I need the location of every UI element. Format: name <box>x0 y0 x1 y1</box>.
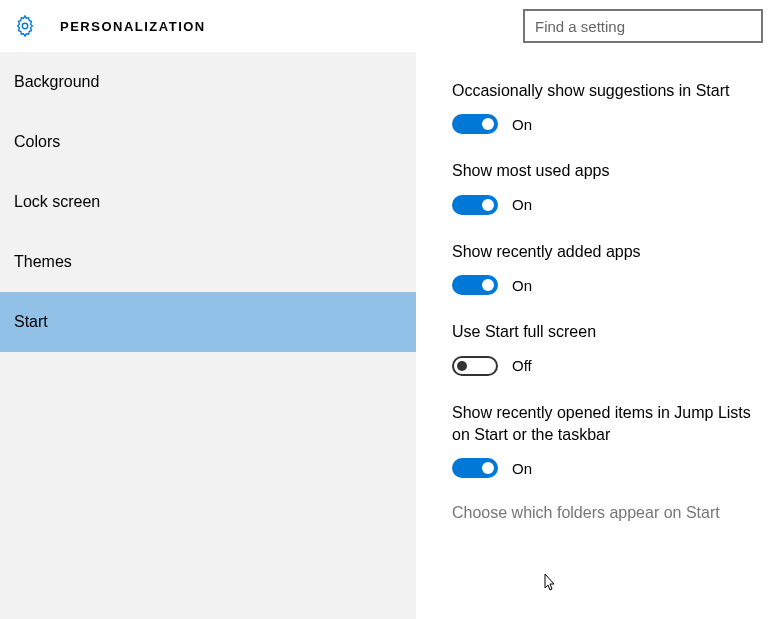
sidebar-item-start[interactable]: Start <box>0 292 416 352</box>
toggle-knob <box>482 462 494 474</box>
setting-label: Show most used apps <box>452 160 773 182</box>
toggle-state: On <box>512 196 532 213</box>
setting-full-screen: Use Start full screen Off <box>452 321 773 375</box>
toggle-full-screen[interactable] <box>452 356 498 376</box>
main-panel: Occasionally show suggestions in Start O… <box>416 52 773 619</box>
toggle-jump-lists[interactable] <box>452 458 498 478</box>
sidebar-item-label: Start <box>14 313 48 331</box>
setting-jump-lists: Show recently opened items in Jump Lists… <box>452 402 773 479</box>
toggle-knob <box>482 279 494 291</box>
setting-suggestions: Occasionally show suggestions in Start O… <box>452 80 773 134</box>
toggle-knob <box>482 118 494 130</box>
svg-point-0 <box>22 23 28 29</box>
toggle-row: On <box>452 458 773 478</box>
choose-folders-link[interactable]: Choose which folders appear on Start <box>452 504 773 522</box>
sidebar-item-lock-screen[interactable]: Lock screen <box>0 172 416 232</box>
sidebar-item-label: Background <box>14 73 99 91</box>
toggle-row: On <box>452 195 773 215</box>
toggle-most-used[interactable] <box>452 195 498 215</box>
sidebar-item-background[interactable]: Background <box>0 52 416 112</box>
toggle-state: Off <box>512 357 532 374</box>
sidebar-item-label: Lock screen <box>14 193 100 211</box>
search-input[interactable] <box>523 9 763 43</box>
page-title: PERSONALIZATION <box>60 19 523 34</box>
sidebar-item-label: Colors <box>14 133 60 151</box>
sidebar-item-label: Themes <box>14 253 72 271</box>
sidebar: Background Colors Lock screen Themes Sta… <box>0 52 416 619</box>
setting-most-used: Show most used apps On <box>452 160 773 214</box>
toggle-row: On <box>452 275 773 295</box>
toggle-recently-added[interactable] <box>452 275 498 295</box>
toggle-state: On <box>512 460 532 477</box>
toggle-state: On <box>512 277 532 294</box>
toggle-state: On <box>512 116 532 133</box>
header: PERSONALIZATION <box>0 0 773 52</box>
sidebar-item-colors[interactable]: Colors <box>0 112 416 172</box>
toggle-suggestions[interactable] <box>452 114 498 134</box>
setting-label: Use Start full screen <box>452 321 773 343</box>
toggle-row: On <box>452 114 773 134</box>
toggle-knob <box>457 361 467 371</box>
setting-label: Show recently added apps <box>452 241 773 263</box>
setting-recently-added: Show recently added apps On <box>452 241 773 295</box>
toggle-row: Off <box>452 356 773 376</box>
setting-label: Occasionally show suggestions in Start <box>452 80 773 102</box>
content: Background Colors Lock screen Themes Sta… <box>0 52 773 619</box>
sidebar-item-themes[interactable]: Themes <box>0 232 416 292</box>
setting-label: Show recently opened items in Jump Lists… <box>452 402 773 447</box>
gear-icon <box>14 15 36 37</box>
toggle-knob <box>482 199 494 211</box>
